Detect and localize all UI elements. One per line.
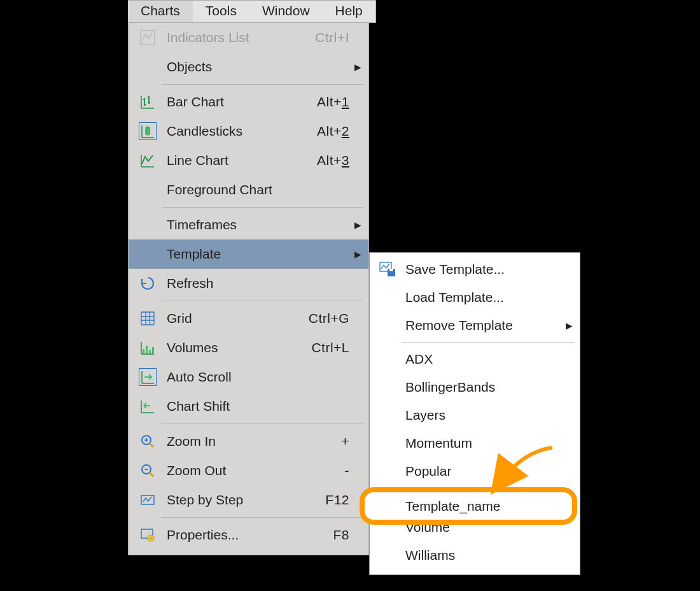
properties-icon (129, 527, 167, 543)
svg-rect-7 (152, 347, 154, 353)
submenu-template-williams[interactable]: Williams (370, 541, 580, 569)
menu-item-label: Chart Shift (167, 399, 353, 414)
svg-rect-4 (143, 349, 144, 353)
menu-zoom-in[interactable]: Zoom In + (129, 427, 368, 456)
menu-refresh[interactable]: Refresh (129, 269, 368, 298)
submenu-save-template[interactable]: Save Template... (370, 255, 580, 283)
submenu-arrow-icon: ▸ (353, 59, 362, 75)
menu-item-label: Properties... (167, 527, 333, 543)
menu-item-shortcut: Alt+3 (317, 153, 353, 168)
menu-item-shortcut: Ctrl+L (311, 340, 353, 355)
menu-candlesticks[interactable]: Candlesticks Alt+2 (129, 117, 368, 146)
menubar: Charts Tools Window Help (128, 0, 376, 23)
grid-icon (129, 310, 167, 327)
menubar-item-help[interactable]: Help (323, 1, 375, 22)
menubar-item-charts[interactable]: Charts (128, 1, 193, 22)
refresh-icon (129, 275, 167, 292)
template-submenu: Save Template... Load Template... Remove… (369, 252, 580, 575)
submenu-template-popular[interactable]: Popular (370, 457, 580, 485)
volumes-icon (129, 339, 167, 356)
submenu-arrow-icon: ▸ (353, 217, 362, 232)
menu-item-shortcut: + (341, 434, 353, 449)
submenu-template-bollingerbands[interactable]: BollingerBands (370, 373, 580, 401)
menu-timeframes[interactable]: Timeframes ▸ (129, 210, 368, 239)
indicators-icon (129, 29, 167, 46)
menu-item-label: Zoom In (167, 434, 341, 449)
menu-item-shortcut: Alt+1 (317, 94, 353, 110)
svg-rect-1 (146, 127, 150, 134)
svg-line-13 (150, 473, 153, 476)
menu-bar-chart[interactable]: Bar Chart Alt+1 (129, 87, 368, 117)
menu-item-label: Step by Step (167, 492, 325, 508)
submenu-load-template[interactable]: Load Template... (370, 283, 580, 311)
menu-foreground-chart[interactable]: Foreground Chart (129, 175, 368, 204)
menu-item-shortcut: F8 (333, 527, 353, 543)
menu-item-label: Timeframes (167, 217, 353, 232)
submenu-arrow-icon: ▸ (353, 246, 362, 262)
zoom-out-icon (129, 462, 167, 479)
candlesticks-icon (129, 122, 167, 140)
menu-step-by-step[interactable]: Step by Step F12 (129, 485, 368, 515)
submenu-template-momentum[interactable]: Momentum (370, 429, 580, 457)
menu-separator (162, 517, 363, 518)
submenu-arrow-icon: ▸ (564, 318, 573, 333)
menu-item-shortcut: Ctrl+I (315, 30, 353, 45)
menu-item-label: Zoom Out (167, 463, 345, 478)
svg-rect-5 (146, 346, 148, 353)
menu-item-label: Objects (167, 59, 353, 75)
line-chart-icon (129, 152, 167, 169)
svg-rect-21 (389, 269, 393, 271)
menu-separator (162, 424, 363, 424)
submenu-template-layers[interactable]: Layers (370, 401, 580, 429)
menu-item-label: Foreground Chart (167, 182, 353, 197)
menu-item-label: Auto Scroll (167, 369, 353, 385)
menu-auto-scroll[interactable]: Auto Scroll (129, 362, 368, 392)
svg-point-18 (150, 538, 152, 539)
menu-item-label: Template (167, 246, 353, 262)
menu-separator (162, 207, 363, 208)
submenu-item-label: Layers (405, 408, 564, 423)
menu-template[interactable]: Template ▸ (129, 239, 368, 269)
menubar-item-tools[interactable]: Tools (193, 1, 249, 22)
menu-objects[interactable]: Objects ▸ (129, 52, 368, 82)
menu-item-shortcut: Ctrl+G (309, 311, 353, 326)
step-by-step-icon (129, 492, 167, 508)
submenu-item-label: Williams (405, 548, 564, 563)
submenu-item-label: Save Template... (405, 262, 564, 277)
charts-dropdown: Indicators List Ctrl+I Objects ▸ Bar Cha… (128, 23, 369, 555)
menu-zoom-out[interactable]: Zoom Out - (129, 456, 368, 485)
submenu-item-label: Momentum (405, 436, 564, 451)
submenu-item-label: ADX (405, 352, 564, 367)
menu-item-label: Indicators List (167, 30, 315, 45)
menu-item-label: Refresh (167, 276, 353, 291)
submenu-item-label: Load Template... (405, 290, 564, 305)
zoom-in-icon (129, 433, 167, 450)
submenu-item-label: Remove Template (405, 318, 564, 333)
menu-item-shortcut: Alt+2 (317, 124, 353, 139)
menu-item-label: Grid (167, 311, 309, 326)
annotation-highlight-box: Template_name (360, 487, 577, 525)
save-template-icon (370, 261, 405, 278)
menu-chart-shift[interactable]: Chart Shift (129, 392, 368, 421)
submenu-item-label: Popular (405, 464, 564, 479)
auto-scroll-icon (129, 368, 167, 386)
menu-item-label: Candlesticks (167, 124, 317, 139)
menu-volumes[interactable]: Volumes Ctrl+L (129, 333, 368, 362)
menubar-item-window[interactable]: Window (249, 1, 323, 22)
annotation-highlight-label: Template_name (405, 499, 500, 514)
menu-item-label: Bar Chart (167, 94, 317, 110)
menu-item-shortcut: - (345, 463, 354, 478)
svg-line-9 (150, 443, 153, 447)
chart-shift-icon (129, 398, 167, 415)
menu-item-label: Line Chart (167, 153, 317, 168)
menu-item-shortcut: F12 (325, 492, 353, 508)
menu-indicators-list: Indicators List Ctrl+I (129, 23, 368, 52)
svg-rect-6 (149, 350, 151, 353)
bar-chart-icon (129, 94, 167, 110)
submenu-remove-template[interactable]: Remove Template ▸ (370, 311, 580, 339)
menu-grid[interactable]: Grid Ctrl+G (129, 304, 368, 333)
menu-properties[interactable]: Properties... F8 (129, 520, 368, 550)
menu-separator (162, 301, 363, 301)
menu-line-chart[interactable]: Line Chart Alt+3 (129, 146, 368, 175)
submenu-template-adx[interactable]: ADX (370, 345, 580, 373)
